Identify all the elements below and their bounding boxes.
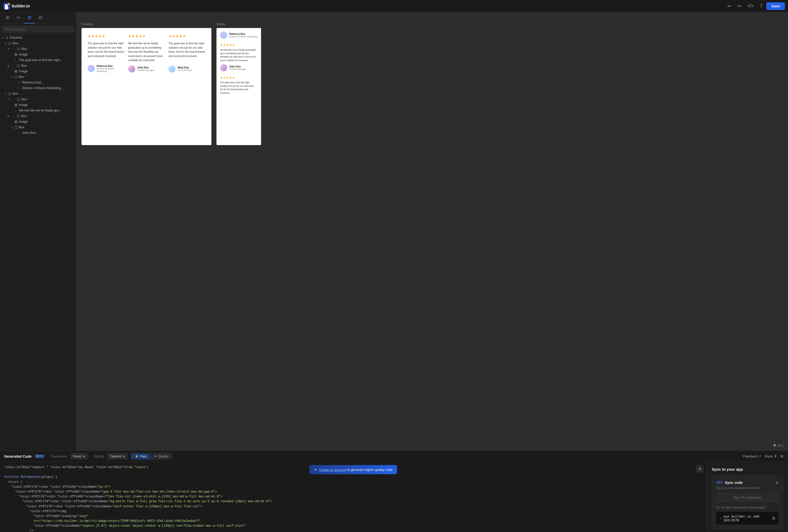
layer-item[interactable]: ▼⊞Columns	[0, 35, 76, 40]
testimonial-card-2: ★★★★★ We feel like we've finally graduat…	[128, 34, 165, 73]
command-text: npx builder.io add 3d2c3576	[723, 514, 772, 522]
zoom-indicator: 🔍 50.1	[773, 444, 784, 448]
code-toggle-button[interactable]: </>	[745, 2, 756, 10]
mode-tabs: ⚡ Fast ✦ Quality	[131, 453, 173, 460]
share-nav-button[interactable]: ⤴	[758, 2, 764, 10]
layer-toggle-icon[interactable]: ▼	[10, 126, 13, 129]
layer-toggle-icon[interactable]: ▼	[1, 36, 4, 39]
layer-type-icon	[14, 120, 18, 124]
layer-item[interactable]: TThe goal was to find the right...	[0, 57, 76, 63]
canvas-area: Desktop ★★★★★ The goal was to find the r…	[76, 12, 788, 451]
save-button[interactable]: Save	[766, 2, 785, 10]
sync-panel: Sync to your app </> Sync code ∧ Sync to…	[707, 462, 788, 532]
mobile-label: Mobile	[216, 22, 261, 26]
layer-label-text: Image	[19, 120, 28, 123]
svg-rect-7	[17, 65, 20, 67]
layer-toggle-icon[interactable]: ▼	[4, 42, 7, 45]
sidebar-tab-layers[interactable]: ⊞	[24, 12, 35, 23]
code-line: "color:#f07178"><div "color:#ffcb6b">cla…	[4, 499, 703, 504]
layer-label-text: Rebecca Doe...	[22, 81, 44, 84]
copy-code-button[interactable]: ⧉	[696, 465, 704, 472]
share-label: Share	[764, 454, 773, 458]
feedback-label: Feedback	[743, 454, 757, 458]
svg-rect-9	[15, 71, 17, 72]
layer-item[interactable]: TWe feel like we've finally gra...	[0, 108, 76, 113]
layer-toggle-empty	[13, 86, 16, 89]
layer-label-text: The goal was to find the right...	[19, 58, 62, 62]
mobile-frame: Rebecca Doe Director of Brand Marketing …	[216, 28, 261, 145]
desktop-frame: ★★★★★ The goal was to find the right sol…	[81, 28, 211, 145]
layer-item[interactable]: TJohn Doe...	[0, 130, 76, 136]
share-button[interactable]: Share ⬆	[764, 454, 777, 458]
chevron-down-icon-2: ▾	[123, 454, 125, 458]
layer-item[interactable]: TRebecca Doe...	[0, 80, 76, 85]
layer-item[interactable]: Image	[0, 52, 76, 57]
layer-item[interactable]: ▼Box	[0, 91, 76, 97]
layer-item[interactable]: Image	[0, 119, 76, 124]
code-line: "color:#f07178"><div "color:#ffcb6b">cla…	[4, 494, 703, 499]
layer-toggle-icon[interactable]: ▼	[7, 47, 10, 50]
canvas-wrapper: Desktop ★★★★★ The goal was to find the r…	[76, 12, 788, 451]
layer-item[interactable]: ▼Box	[0, 40, 76, 46]
drag-handle-icon: ⋮⋮	[11, 47, 16, 50]
mobile-card-2: ★★★★★ We feel like we've finally graduat…	[220, 43, 257, 71]
logo-text: builder.io	[12, 4, 30, 8]
redo-button[interactable]: ↪	[735, 2, 743, 11]
layer-toggle-icon[interactable]: ▶	[7, 115, 10, 118]
layer-toggle-icon[interactable]: ▼	[7, 98, 10, 101]
layer-item[interactable]: TDirector of Brand Marketing...	[0, 85, 76, 91]
svg-rect-10	[15, 76, 17, 78]
layer-item[interactable]: ▶⋮⋮Box	[0, 113, 76, 119]
close-panel-button[interactable]: ✕	[780, 454, 784, 459]
layer-item[interactable]: Image	[0, 68, 76, 74]
chevron-down-icon: ▾	[83, 454, 85, 458]
layer-toggle-icon[interactable]: ▼	[10, 75, 13, 78]
layer-item[interactable]: ▼⋮⋮Box	[0, 46, 76, 52]
layer-item[interactable]: Image	[0, 102, 76, 108]
sparkle-icon-2: ✦	[314, 468, 317, 472]
author-3: Mark Doe VP of Product	[168, 65, 205, 73]
author-name-3: Mark Doe	[178, 66, 192, 69]
copy-command-button[interactable]: ⧉	[772, 516, 775, 520]
author-1: Rebecca Doe Director of Brand Marketing	[87, 65, 124, 73]
fast-mode-tab[interactable]: ⚡ Fast	[131, 453, 150, 459]
undo-button[interactable]: ↩	[725, 2, 733, 11]
or-run-text: Or, run this command in your project	[716, 506, 779, 509]
layer-label-text: We feel like we've finally gra...	[19, 109, 61, 112]
layer-item[interactable]: ▶⋮⋮Box	[0, 63, 76, 68]
framework-dropdown[interactable]: React ▾	[70, 453, 88, 459]
feedback-button[interactable]: Feedback ↗	[743, 454, 761, 458]
code-line: function MyComponent(props) {	[4, 475, 703, 479]
layer-item[interactable]: ▼Box	[0, 124, 76, 130]
svg-rect-13	[9, 93, 11, 95]
layer-toggle-icon[interactable]: ▶	[7, 64, 10, 67]
collapse-button[interactable]: ∧	[775, 480, 779, 485]
layer-label-text: Box	[21, 64, 27, 67]
sync-to-app-title: Sync to your app	[712, 467, 783, 471]
create-account-banner[interactable]: ✦ Create an account to generate higher q…	[310, 465, 397, 474]
avatar-2	[128, 65, 135, 73]
svg-rect-14	[17, 98, 20, 101]
svg-rect-2	[9, 42, 11, 44]
styling-dropdown[interactable]: Tailwind ▾	[107, 453, 127, 459]
layer-toggle-empty	[10, 53, 13, 56]
layer-toggle-icon[interactable]: ▼	[4, 92, 7, 95]
drag-handle-icon: ⋮⋮	[11, 64, 16, 67]
layer-item[interactable]: ▼Box	[0, 74, 76, 80]
bottom-panel: Generated Code BETA Framework React ▾ St…	[0, 451, 788, 532]
sidebar-tab-data[interactable]: ⊟	[35, 12, 46, 23]
layer-type-icon	[8, 91, 12, 96]
search-input[interactable]	[2, 26, 74, 33]
layer-type-icon	[14, 75, 18, 79]
layer-item[interactable]: ▼⋮⋮Box	[0, 97, 76, 102]
quality-mode-tab[interactable]: ✦ Quality	[151, 453, 172, 459]
author-name-2: John Doe	[137, 66, 154, 69]
sync-codebase-button[interactable]: Sync To Codebase	[716, 493, 779, 502]
mobile-author-2: John Doe Growth Manager	[220, 64, 257, 71]
sidebar-tab-add[interactable]: ⊕	[2, 12, 13, 23]
svg-text:T: T	[18, 81, 19, 84]
zoom-icon: 🔍	[773, 444, 777, 448]
logo-icon	[3, 3, 10, 10]
sidebar-tab-components[interactable]: ✂	[13, 12, 24, 23]
mobile-card-1: Rebecca Doe Director of Brand Marketing	[220, 32, 257, 39]
